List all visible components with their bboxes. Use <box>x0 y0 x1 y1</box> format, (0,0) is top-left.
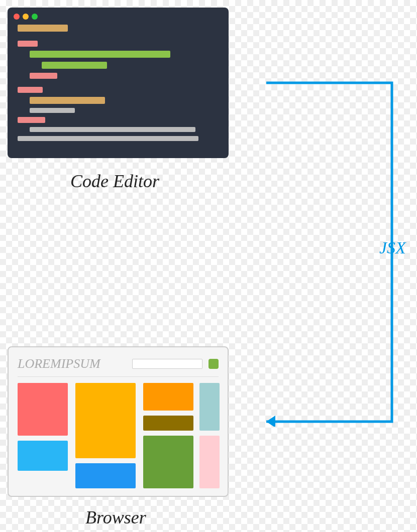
tile-cyan <box>18 441 68 471</box>
close-dot-icon <box>14 14 20 20</box>
code-line <box>30 97 105 104</box>
tile-brown <box>143 416 193 431</box>
minimize-dot-icon <box>23 14 29 20</box>
tile-teal <box>199 383 220 431</box>
browser-window: LOREMIPSUM <box>8 346 229 497</box>
browser-content-grid <box>18 383 219 493</box>
code-editor-window <box>8 8 229 158</box>
code-line <box>30 73 57 79</box>
code-line <box>30 108 75 113</box>
tile-red <box>18 383 68 436</box>
tile-pink <box>199 436 220 488</box>
search-input <box>132 359 202 369</box>
code-line <box>18 87 43 93</box>
maximize-dot-icon <box>32 14 38 20</box>
code-line <box>30 51 170 58</box>
code-line <box>18 41 38 47</box>
code-line <box>18 117 45 123</box>
browser-header: LOREMIPSUM <box>18 356 219 377</box>
tile-orange <box>143 383 193 411</box>
tile-yellow <box>75 383 136 458</box>
code-line <box>18 25 68 32</box>
flow-arrow-icon <box>251 80 397 427</box>
code-line <box>18 136 198 141</box>
editor-titlebar <box>14 14 223 20</box>
tile-green <box>143 436 193 488</box>
search-button-icon <box>208 359 219 369</box>
code-editor-label: Code Editor <box>70 171 159 192</box>
tile-blue <box>75 463 136 488</box>
code-line <box>30 127 195 132</box>
browser-label: Browser <box>85 507 146 528</box>
browser-title: LOREMIPSUM <box>18 356 126 371</box>
code-line <box>42 62 107 69</box>
jsx-label: JSX <box>379 238 406 257</box>
